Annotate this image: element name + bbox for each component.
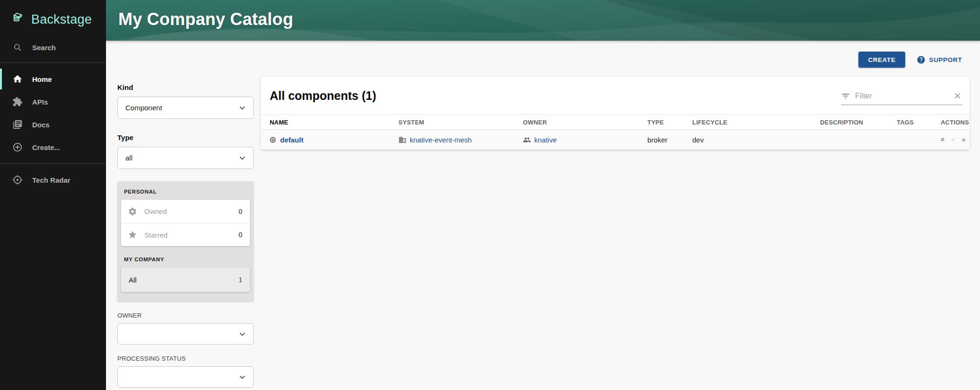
processing-status-select[interactable] [117, 366, 254, 388]
clear-filter-icon[interactable] [953, 91, 962, 100]
column-header-system[interactable]: SYSTEM [391, 115, 515, 130]
page-title: My Company Catalog [118, 9, 293, 29]
sidebar-item-apis[interactable]: APIs [0, 90, 106, 113]
sidebar-item-search[interactable]: Search [0, 37, 106, 58]
name-cell: default [261, 130, 391, 150]
create-button[interactable]: CREATE [858, 52, 905, 68]
column-header-owner[interactable]: OWNER [515, 115, 640, 130]
search-icon [12, 43, 23, 52]
system-cell: knative-event-mesh [391, 130, 515, 150]
sidebar: Backstage Search Home APIs Docs Create..… [0, 0, 106, 390]
gear-icon [128, 207, 137, 216]
chevron-down-icon [237, 103, 247, 113]
column-header-name[interactable]: NAME [261, 115, 391, 130]
column-header-actions: ACTIONS [933, 115, 970, 130]
plus-circle-icon [12, 142, 23, 152]
entity-link[interactable]: default [280, 136, 303, 144]
processing-status-label: PROCESSING STATUS [117, 355, 254, 362]
system-building-icon [398, 136, 406, 144]
all-count: 1 [238, 276, 242, 284]
table-filter-field [841, 87, 962, 105]
table-header-row: NAME SYSTEM OWNER TYPE LIFECYCLE DESCRIP… [261, 115, 970, 130]
owned-count: 0 [238, 208, 242, 215]
type-select[interactable]: all [117, 147, 254, 169]
backstage-logo-icon [10, 11, 26, 27]
lifecycle-cell: dev [685, 130, 812, 150]
table-row: default knative-event-mesh [261, 130, 970, 150]
personal-section-card: Owned 0 Starred 0 [121, 200, 250, 246]
column-header-tags[interactable]: TAGS [889, 115, 933, 130]
sidebar-item-create[interactable]: Create... [0, 136, 106, 159]
kind-label: Kind [117, 83, 254, 91]
owner-label: OWNER [117, 312, 254, 319]
brand-name: Backstage [31, 12, 92, 27]
entity-picker-card: PERSONAL Owned 0 Starred 0 MY COM [117, 181, 254, 301]
star-icon [128, 230, 137, 239]
open-in-new-icon[interactable] [941, 135, 945, 144]
table-header-area: All components (1) [261, 77, 970, 115]
starred-count: 0 [238, 231, 242, 239]
starred-filter-item[interactable]: Starred 0 [121, 223, 250, 246]
kind-select[interactable]: Component [117, 97, 254, 119]
personal-section-title: PERSONAL [124, 189, 250, 195]
sidebar-item-docs[interactable]: Docs [0, 113, 106, 136]
type-cell: broker [640, 130, 685, 150]
sidebar-divider [0, 62, 106, 63]
components-table-card: All components (1) NAME SYSTEM [261, 77, 970, 150]
sidebar-item-tech-radar[interactable]: Tech Radar [0, 168, 106, 191]
chevron-down-icon [237, 372, 247, 382]
type-label: Type [117, 133, 254, 142]
chevron-down-icon [237, 153, 247, 163]
backstage-logo[interactable]: Backstage [0, 0, 106, 36]
component-chip-icon [269, 136, 277, 144]
help-icon [917, 55, 926, 64]
home-icon [12, 74, 23, 84]
column-header-type[interactable]: TYPE [640, 115, 685, 130]
support-label: SUPPORT [929, 56, 962, 63]
star-border-icon[interactable] [962, 134, 966, 145]
column-header-description[interactable]: DESCRIPTION [812, 115, 889, 130]
filter-list-icon [841, 91, 850, 101]
filters-panel: Kind Component Type all PERSONAL Owned 0 [117, 83, 254, 388]
sidebar-divider [0, 163, 106, 164]
column-header-lifecycle[interactable]: LIFECYCLE [685, 115, 812, 130]
chevron-down-icon [237, 329, 247, 339]
system-link[interactable]: knative-event-mesh [410, 136, 472, 144]
company-section-title: MY COMPANY [124, 257, 250, 262]
owner-select[interactable] [117, 323, 254, 345]
page-header: My Company Catalog [106, 0, 980, 41]
components-table: NAME SYSTEM OWNER TYPE LIFECYCLE DESCRIP… [261, 115, 970, 150]
sidebar-item-home[interactable]: Home [0, 68, 106, 90]
owner-cell: knative [515, 130, 640, 150]
main-content: CREATE SUPPORT Kind Component Type all P… [106, 41, 980, 390]
description-cell [812, 130, 889, 150]
tags-cell [889, 130, 933, 150]
support-button[interactable]: SUPPORT [917, 55, 962, 64]
actions-cell [933, 130, 970, 150]
content-toolbar: CREATE SUPPORT [858, 52, 962, 68]
group-icon [523, 136, 531, 144]
radar-icon [12, 175, 23, 185]
edit-pencil-icon[interactable] [951, 135, 955, 144]
docs-icon [12, 119, 23, 130]
table-filter-input[interactable] [855, 92, 948, 100]
owned-filter-item[interactable]: Owned 0 [121, 200, 250, 223]
puzzle-icon [12, 97, 23, 107]
all-filter-item[interactable]: All 1 [121, 267, 250, 292]
table-title: All components (1) [270, 89, 376, 103]
owner-link[interactable]: knative [534, 136, 557, 144]
